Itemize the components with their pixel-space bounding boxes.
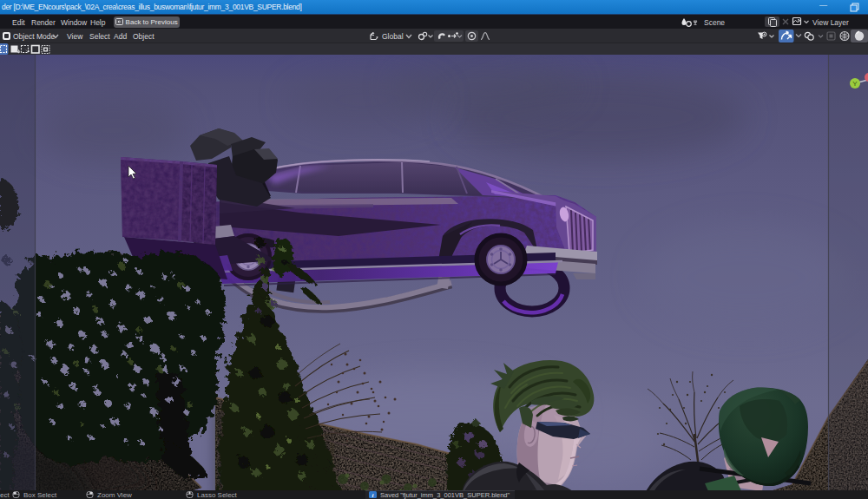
svg-text:Y: Y xyxy=(852,80,858,88)
svg-text:i: i xyxy=(372,492,374,499)
